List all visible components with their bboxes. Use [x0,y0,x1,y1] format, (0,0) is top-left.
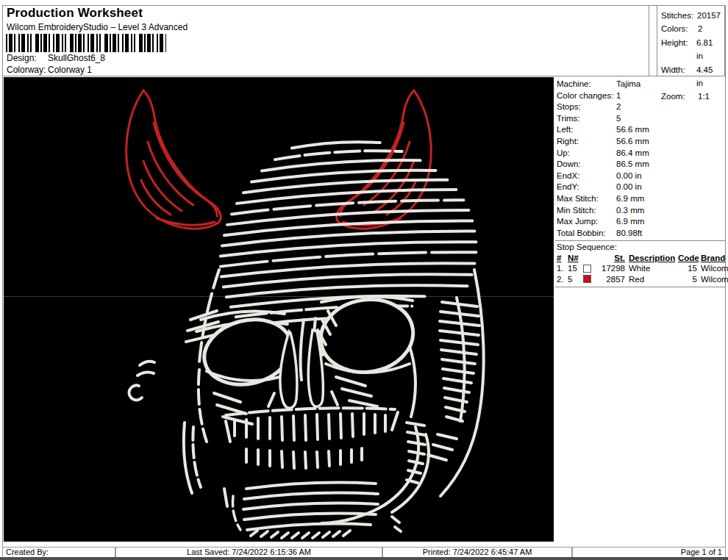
design-value: SkullGhost6_8 [48,53,105,63]
machine-row: Max Jump:6.9 mm [557,216,725,228]
footer-page-number: Page 1 of 1 [572,547,726,558]
upper-teeth [235,414,385,440]
page-title: Production Worksheet [7,6,143,21]
left-side-sketch [129,270,219,493]
machine-row: Down:86.5 mm [557,159,725,170]
machine-row: Color changes:1 [557,90,725,102]
machine-row: Max Stitch:6.9 mm [557,193,725,205]
colorway-row: Colorway:Colorway 1 [7,65,92,75]
footer-printed: Printed: 7/24/2022 6:45:47 AM [382,547,572,558]
colorway-label: Colorway: [7,65,48,75]
machine-row: Up:86.4 mm [557,148,725,159]
skull-embroidery-graphic [4,77,554,542]
header-stats-divider [649,5,649,76]
machine-info-panel: Machine:Tajima Color changes:1 Stops:2 T… [557,79,725,239]
machine-row: EndX:0.00 in [557,170,725,182]
stop-sequence-header-row: # N# St. Description Code Brand [557,253,725,263]
design-barcode [6,34,166,52]
footer-last-saved: Last Saved: 7/24/2022 6:15:36 AM [115,547,382,558]
design-label: Design: [7,53,48,63]
stat-stitches: Stitches:20157 [661,9,721,22]
stop-sequence-divider [555,240,725,241]
chin-stripes [243,427,429,530]
machine-row: Min Stitch:0.3 mm [557,205,725,217]
machine-row: Machine:Tajima [557,79,725,90]
lower-teeth [246,448,362,468]
gum-line [226,408,395,415]
machine-row: Trims:5 [557,113,725,125]
footer-created-by: Created By: [2,547,115,558]
stop-sequence-bottom-divider [555,287,725,287]
design-row: Design:SkullGhost6_8 [7,53,105,63]
window-bottom-strip [0,557,728,560]
mouth-corners [226,412,398,442]
stat-height: Height:6.81 in [661,36,721,63]
machine-row: Left:56.6 mm [557,124,725,136]
left-jaw-marks [224,489,240,530]
machine-row: EndY:0.00 in [557,182,725,193]
right-temple-hatching [428,270,484,496]
thread-color-swatch [583,275,591,283]
app-subtitle: Wilcom EmbroideryStudio – Level 3 Advanc… [7,22,188,32]
thread-color-swatch [583,265,591,273]
stop-sequence-table: # N# St. Description Code Brand 1. 15 17… [557,253,725,284]
design-canvas [4,77,554,542]
colorway-value: Colorway 1 [48,65,92,75]
stop-sequence-title: Stop Sequence: [557,243,617,251]
stop-sequence-row: 1. 15 17298 White 15 Wilcom [557,263,725,274]
production-worksheet-page: { "header": { "title": "Production Works… [0,0,728,560]
machine-row: Right:56.6 mm [557,136,725,148]
summary-stats-box: Stitches:20157 Colors:2 Height:6.81 in W… [657,5,725,76]
machine-row: Stops:2 [557,101,725,113]
stop-sequence-row: 2. 5 2857 Red 5 Wilcom [557,274,725,285]
stat-colors: Colors:2 [661,22,721,35]
machine-row: Total Bobbin:80.98ft [557,228,725,240]
left-horn-icon [126,90,221,229]
header-divider [2,76,726,76]
